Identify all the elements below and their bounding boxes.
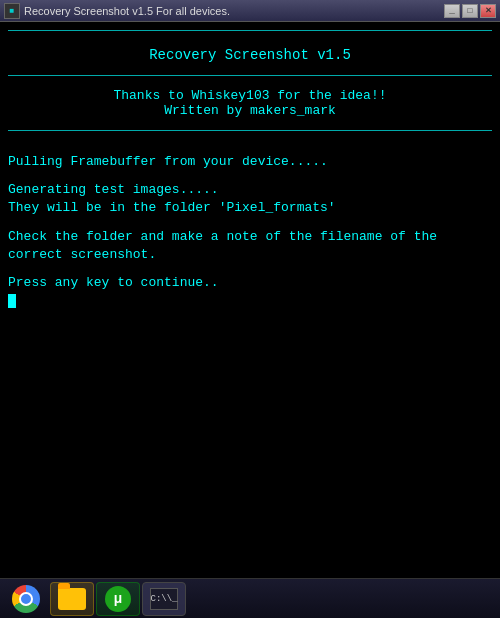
- output-line-generating: Generating test images.....: [8, 181, 492, 199]
- maximize-button[interactable]: □: [462, 4, 478, 18]
- blank-line-1: [8, 143, 492, 153]
- title-section: Recovery Screenshot v1.5: [8, 35, 492, 71]
- output-line-cursor: [8, 292, 492, 310]
- app-icon-symbol: ■: [10, 6, 15, 15]
- terminal-cursor: [8, 294, 16, 308]
- torrent-icon: μ: [105, 586, 131, 612]
- blank-line-3: [8, 218, 492, 228]
- separator-bot: [8, 130, 492, 131]
- blank-line-2: [8, 171, 492, 181]
- window-controls[interactable]: _ □ ✕: [444, 4, 496, 18]
- separator-top: [8, 30, 492, 31]
- taskbar-chrome-button[interactable]: [4, 582, 48, 616]
- app-icon: ■: [4, 3, 20, 19]
- output-line-framebuffer: Pulling Framebuffer from your device....…: [8, 153, 492, 171]
- terminal: Recovery Screenshot v1.5 Thanks to Whisk…: [0, 22, 500, 578]
- thanks-section: Thanks to Whiskey103 for the idea!! Writ…: [8, 80, 492, 126]
- taskbar-cmd-button[interactable]: C:\\_: [142, 582, 186, 616]
- thanks-line2: Written by makers_mark: [8, 103, 492, 118]
- taskbar-folder-button[interactable]: [50, 582, 94, 616]
- folder-icon: [58, 588, 86, 610]
- taskbar-torrent-button[interactable]: μ: [96, 582, 140, 616]
- thanks-line1: Thanks to Whiskey103 for the idea!!: [8, 88, 492, 103]
- blank-line-4: [8, 264, 492, 274]
- taskbar: μ C:\\_: [0, 578, 500, 618]
- output-line-press: Press any key to continue..: [8, 274, 492, 292]
- output-line-check1: Check the folder and make a note of the …: [8, 228, 492, 246]
- cmd-icon: C:\\_: [150, 588, 178, 610]
- close-button[interactable]: ✕: [480, 4, 496, 18]
- output-area: Pulling Framebuffer from your device....…: [8, 135, 492, 574]
- output-line-check2: correct screenshot.: [8, 246, 492, 264]
- window-title: Recovery Screenshot v1.5 For all devices…: [24, 5, 230, 17]
- title-bar-left: ■ Recovery Screenshot v1.5 For all devic…: [4, 3, 230, 19]
- chrome-icon: [12, 585, 40, 613]
- output-line-folder: They will be in the folder 'Pixel_format…: [8, 199, 492, 217]
- main-title: Recovery Screenshot v1.5: [8, 47, 492, 63]
- minimize-button[interactable]: _: [444, 4, 460, 18]
- separator-mid: [8, 75, 492, 76]
- title-bar: ■ Recovery Screenshot v1.5 For all devic…: [0, 0, 500, 22]
